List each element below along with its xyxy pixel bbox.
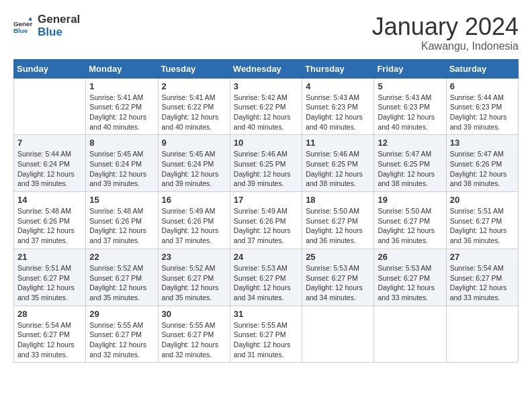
day-info: Sunrise: 5:53 AM Sunset: 6:27 PM Dayligh…: [306, 263, 370, 303]
calendar-cell: 11Sunrise: 5:46 AM Sunset: 6:25 PM Dayli…: [302, 135, 374, 192]
col-header-saturday: Saturday: [446, 59, 518, 78]
calendar-cell: 16Sunrise: 5:49 AM Sunset: 6:26 PM Dayli…: [158, 192, 230, 249]
calendar-cell: 29Sunrise: 5:55 AM Sunset: 6:27 PM Dayli…: [86, 306, 158, 363]
day-number: 17: [234, 195, 298, 205]
calendar-cell: 13Sunrise: 5:47 AM Sunset: 6:26 PM Dayli…: [446, 135, 518, 192]
calendar-cell: 20Sunrise: 5:51 AM Sunset: 6:27 PM Dayli…: [446, 192, 518, 249]
day-number: 24: [234, 252, 298, 262]
calendar-cell: [302, 306, 374, 363]
day-number: 21: [17, 252, 82, 262]
day-number: 14: [17, 195, 82, 205]
day-info: Sunrise: 5:52 AM Sunset: 6:27 PM Dayligh…: [162, 263, 226, 303]
day-number: 19: [378, 195, 442, 205]
calendar-cell: 21Sunrise: 5:51 AM Sunset: 6:27 PM Dayli…: [14, 248, 86, 306]
day-info: Sunrise: 5:45 AM Sunset: 6:24 PM Dayligh…: [89, 149, 154, 189]
calendar-cell: 4Sunrise: 5:43 AM Sunset: 6:23 PM Daylig…: [302, 78, 374, 135]
logo-icon: General Blue: [13, 17, 32, 36]
col-header-monday: Monday: [86, 59, 158, 78]
calendar-cell: 15Sunrise: 5:48 AM Sunset: 6:26 PM Dayli…: [86, 192, 158, 249]
calendar-cell: 30Sunrise: 5:55 AM Sunset: 6:27 PM Dayli…: [158, 306, 230, 363]
day-info: Sunrise: 5:54 AM Sunset: 6:27 PM Dayligh…: [450, 263, 515, 303]
day-info: Sunrise: 5:44 AM Sunset: 6:23 PM Dayligh…: [450, 93, 515, 132]
day-number: 22: [89, 252, 154, 262]
day-info: Sunrise: 5:48 AM Sunset: 6:26 PM Dayligh…: [89, 206, 154, 246]
calendar-cell: 5Sunrise: 5:43 AM Sunset: 6:23 PM Daylig…: [374, 78, 446, 135]
calendar-week-row: 14Sunrise: 5:48 AM Sunset: 6:26 PM Dayli…: [14, 192, 519, 249]
day-info: Sunrise: 5:43 AM Sunset: 6:23 PM Dayligh…: [378, 93, 442, 132]
day-number: 4: [306, 81, 370, 91]
calendar-header-row: SundayMondayTuesdayWednesdayThursdayFrid…: [14, 59, 519, 78]
calendar-cell: 19Sunrise: 5:50 AM Sunset: 6:27 PM Dayli…: [374, 192, 446, 249]
calendar-cell: 12Sunrise: 5:47 AM Sunset: 6:25 PM Dayli…: [374, 135, 446, 192]
col-header-friday: Friday: [374, 59, 446, 78]
calendar-cell: 22Sunrise: 5:52 AM Sunset: 6:27 PM Dayli…: [86, 248, 158, 306]
day-info: Sunrise: 5:41 AM Sunset: 6:22 PM Dayligh…: [162, 93, 226, 132]
day-info: Sunrise: 5:48 AM Sunset: 6:26 PM Dayligh…: [17, 206, 82, 246]
day-number: 26: [378, 252, 442, 262]
day-number: 11: [306, 138, 370, 148]
day-info: Sunrise: 5:42 AM Sunset: 6:22 PM Dayligh…: [234, 93, 298, 132]
day-info: Sunrise: 5:53 AM Sunset: 6:27 PM Dayligh…: [378, 263, 442, 303]
day-info: Sunrise: 5:41 AM Sunset: 6:22 PM Dayligh…: [89, 93, 154, 132]
month-year-title: January 2024: [372, 13, 519, 40]
calendar-cell: 9Sunrise: 5:45 AM Sunset: 6:24 PM Daylig…: [158, 135, 230, 192]
calendar-cell: 6Sunrise: 5:44 AM Sunset: 6:23 PM Daylig…: [446, 78, 518, 135]
calendar-cell: 14Sunrise: 5:48 AM Sunset: 6:26 PM Dayli…: [14, 192, 86, 249]
day-info: Sunrise: 5:52 AM Sunset: 6:27 PM Dayligh…: [89, 263, 154, 303]
calendar-cell: 23Sunrise: 5:52 AM Sunset: 6:27 PM Dayli…: [158, 248, 230, 306]
day-info: Sunrise: 5:50 AM Sunset: 6:27 PM Dayligh…: [378, 206, 442, 246]
calendar-cell: 10Sunrise: 5:46 AM Sunset: 6:25 PM Dayli…: [230, 135, 302, 192]
col-header-tuesday: Tuesday: [158, 59, 230, 78]
col-header-wednesday: Wednesday: [230, 59, 302, 78]
calendar-week-row: 1Sunrise: 5:41 AM Sunset: 6:22 PM Daylig…: [14, 78, 519, 135]
day-number: 15: [89, 195, 154, 205]
calendar-cell: 31Sunrise: 5:55 AM Sunset: 6:27 PM Dayli…: [230, 306, 302, 363]
day-info: Sunrise: 5:55 AM Sunset: 6:27 PM Dayligh…: [89, 320, 154, 360]
day-number: 18: [306, 195, 370, 205]
svg-text:Blue: Blue: [13, 26, 28, 34]
day-number: 5: [378, 81, 442, 91]
day-info: Sunrise: 5:50 AM Sunset: 6:27 PM Dayligh…: [306, 206, 370, 246]
title-block: January 2024 Kawangu, Indonesia: [372, 13, 519, 52]
day-number: 8: [89, 138, 154, 148]
day-info: Sunrise: 5:45 AM Sunset: 6:24 PM Dayligh…: [162, 149, 226, 189]
location-subtitle: Kawangu, Indonesia: [372, 40, 519, 52]
day-number: 27: [450, 252, 515, 262]
day-number: 7: [17, 138, 82, 148]
day-info: Sunrise: 5:43 AM Sunset: 6:23 PM Dayligh…: [306, 93, 370, 132]
logo-general-text: General: [38, 13, 80, 26]
day-number: 13: [450, 138, 515, 148]
calendar-cell: 7Sunrise: 5:44 AM Sunset: 6:24 PM Daylig…: [14, 135, 86, 192]
day-info: Sunrise: 5:54 AM Sunset: 6:27 PM Dayligh…: [17, 320, 82, 360]
day-number: 29: [89, 309, 154, 319]
day-info: Sunrise: 5:47 AM Sunset: 6:25 PM Dayligh…: [378, 149, 442, 189]
day-info: Sunrise: 5:49 AM Sunset: 6:26 PM Dayligh…: [234, 206, 298, 246]
day-info: Sunrise: 5:55 AM Sunset: 6:27 PM Dayligh…: [162, 320, 226, 360]
day-number: 6: [450, 81, 515, 91]
calendar-week-row: 21Sunrise: 5:51 AM Sunset: 6:27 PM Dayli…: [14, 248, 519, 306]
logo-blue-text: Blue: [38, 26, 80, 39]
day-info: Sunrise: 5:55 AM Sunset: 6:27 PM Dayligh…: [234, 320, 298, 360]
calendar-cell: 1Sunrise: 5:41 AM Sunset: 6:22 PM Daylig…: [86, 78, 158, 135]
day-number: 12: [378, 138, 442, 148]
col-header-sunday: Sunday: [14, 59, 86, 78]
calendar-cell: 25Sunrise: 5:53 AM Sunset: 6:27 PM Dayli…: [302, 248, 374, 306]
calendar-cell: [446, 306, 518, 363]
day-number: 25: [306, 252, 370, 262]
day-number: 28: [17, 309, 82, 319]
day-number: 20: [450, 195, 515, 205]
day-number: 23: [162, 252, 226, 262]
day-info: Sunrise: 5:47 AM Sunset: 6:26 PM Dayligh…: [450, 149, 515, 189]
day-number: 2: [162, 81, 226, 91]
day-number: 3: [234, 81, 298, 91]
day-number: 9: [162, 138, 226, 148]
calendar-cell: 2Sunrise: 5:41 AM Sunset: 6:22 PM Daylig…: [158, 78, 230, 135]
calendar-cell: [374, 306, 446, 363]
calendar-cell: 18Sunrise: 5:50 AM Sunset: 6:27 PM Dayli…: [302, 192, 374, 249]
calendar-week-row: 7Sunrise: 5:44 AM Sunset: 6:24 PM Daylig…: [14, 135, 519, 192]
logo: General Blue General Blue: [13, 13, 80, 38]
day-info: Sunrise: 5:53 AM Sunset: 6:27 PM Dayligh…: [234, 263, 298, 303]
day-number: 30: [162, 309, 226, 319]
day-info: Sunrise: 5:46 AM Sunset: 6:25 PM Dayligh…: [306, 149, 370, 189]
calendar-cell: 28Sunrise: 5:54 AM Sunset: 6:27 PM Dayli…: [14, 306, 86, 363]
